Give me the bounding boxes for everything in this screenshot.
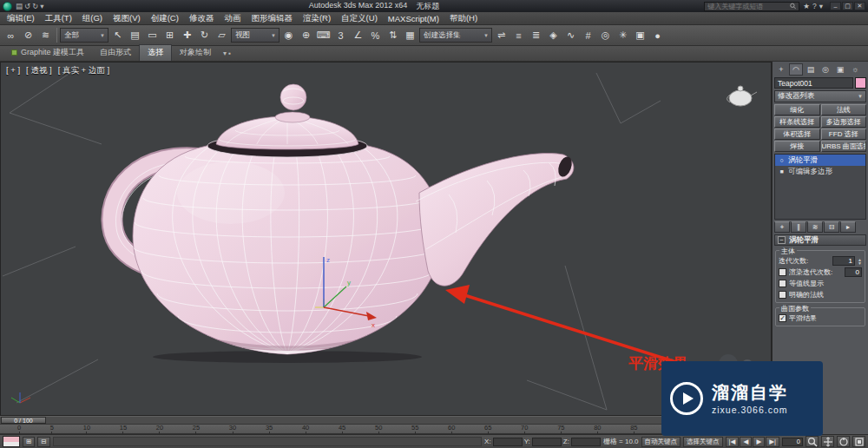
y-coordinate-field[interactable] — [532, 438, 562, 446]
modifier-stack-row[interactable]: ○ 涡轮平滑 — [775, 155, 865, 166]
configure-modifier-sets-icon[interactable]: ▸ — [840, 221, 856, 233]
modifier-button[interactable]: 细化 — [774, 104, 820, 115]
menu-item[interactable]: 动画 — [219, 12, 246, 24]
menu-item[interactable]: 视图(V) — [108, 12, 146, 24]
modifier-button[interactable]: FFD 选择 — [821, 128, 867, 140]
mirror-icon[interactable]: ⇌ — [493, 27, 510, 43]
ribbon-tab[interactable]: 对象绘制 — [172, 45, 219, 61]
material-editor-icon[interactable]: ◎ — [597, 27, 614, 43]
ribbon-collapse-icon[interactable]: ▾ ▪ — [220, 49, 233, 61]
object-name-field[interactable]: Teapot001 — [774, 77, 853, 89]
pin-stack-icon[interactable]: ⌖ — [774, 221, 790, 233]
previous-frame-button[interactable]: ◀ — [740, 437, 752, 447]
maximize-button[interactable]: ▢ — [842, 2, 853, 10]
play-button[interactable]: ▶ — [753, 437, 765, 447]
search-input[interactable] — [707, 3, 787, 10]
redo-icon[interactable]: ↻ — [32, 2, 38, 10]
select-by-name-icon[interactable]: ▤ — [127, 27, 143, 43]
teapot-object[interactable] — [112, 84, 575, 363]
named-selection-sets-dropdown[interactable]: 创建选择集 — [419, 28, 492, 43]
tab-motion[interactable]: ◎ — [819, 63, 832, 76]
viewcube-teapot-icon[interactable] — [727, 86, 758, 106]
percent-snap-icon[interactable]: % — [367, 27, 384, 43]
menu-item[interactable]: 图形编辑器 — [246, 12, 298, 24]
menu-item[interactable]: 编辑(E) — [2, 12, 40, 24]
help-icon[interactable]: ? — [812, 2, 817, 10]
tab-display[interactable]: ▣ — [833, 63, 847, 76]
modifier-stack-row[interactable]: ■ 可编辑多边形 — [775, 166, 865, 177]
select-and-manipulate-icon[interactable]: ⊕ — [298, 27, 314, 43]
schematic-view-icon[interactable]: # — [580, 27, 596, 43]
modifier-button[interactable]: 样条线选择 — [774, 116, 820, 128]
angle-snap-icon[interactable]: ∠ — [350, 27, 366, 43]
viewport-menu-view[interactable]: [ 透视 ] — [26, 65, 52, 76]
zoom-tool-icon[interactable] — [806, 436, 819, 447]
menu-item[interactable]: 修改器 — [184, 12, 220, 24]
orbit-tool-icon[interactable] — [837, 436, 850, 447]
object-color-swatch[interactable] — [855, 77, 866, 89]
select-object-icon[interactable]: ↖ — [109, 27, 126, 43]
time-slider-track[interactable]: 0 / 100 — [0, 416, 772, 425]
ribbon-tab[interactable]: Graphite 建模工具 — [3, 45, 92, 61]
auto-key-button[interactable]: 自动关键点 — [641, 437, 681, 447]
perspective-viewport[interactable]: [ + ] [ 透视 ] [ 真实 + 边面 ] — [0, 62, 772, 416]
select-and-link-icon[interactable]: ∞ — [3, 27, 19, 43]
track-bar[interactable]: 0510152025303540455055606570758085909510… — [0, 425, 772, 434]
close-button[interactable]: ✕ — [854, 2, 865, 10]
time-slider-handle[interactable]: 0 / 100 — [1, 417, 46, 424]
iterations-field[interactable]: 1 — [832, 256, 855, 266]
rollout-collapse-icon[interactable]: − — [778, 236, 786, 244]
iterations-spinner[interactable] — [858, 258, 862, 265]
rectangular-selection-region-icon[interactable]: ▭ — [144, 27, 161, 43]
set-key-button[interactable]: 选择关键点 — [683, 437, 723, 447]
spinner-snap-icon[interactable]: ⇅ — [385, 27, 401, 43]
maximize-viewport-icon[interactable] — [852, 436, 865, 447]
search-icon[interactable] — [790, 3, 796, 10]
menu-item[interactable]: MAXScript(M) — [383, 12, 444, 24]
selection-lock-icon[interactable]: ⊟ — [37, 437, 49, 447]
unlink-selection-icon[interactable]: ⊘ — [20, 27, 36, 43]
ribbon-tab[interactable]: 自由形式 — [92, 45, 139, 61]
save-icon[interactable]: ▤ — [16, 2, 23, 10]
explicit-normals-checkbox[interactable] — [779, 291, 786, 299]
modifier-button[interactable]: 体积选择 — [774, 128, 820, 140]
isolate-toggle-icon[interactable]: ⊞ — [23, 437, 35, 447]
stack-row-icon[interactable]: ■ — [778, 168, 786, 175]
use-pivot-center-icon[interactable]: ◉ — [280, 27, 297, 43]
edit-named-sets-icon[interactable]: ▦ — [402, 27, 418, 43]
tab-hierarchy[interactable]: ▤ — [804, 63, 818, 76]
viewport-menu-shading[interactable]: [ 真实 + 边面 ] — [58, 65, 109, 76]
menu-item[interactable]: 创建(C) — [146, 12, 184, 24]
select-and-move-icon[interactable]: ✚ — [179, 27, 195, 43]
favorites-star-icon[interactable]: ★ — [803, 2, 810, 10]
x-coordinate-field[interactable] — [493, 438, 523, 446]
qat-caret-icon[interactable]: ▾ — [40, 2, 43, 10]
render-production-icon[interactable]: ● — [649, 27, 666, 43]
modifier-button[interactable]: NURBS 曲面选择 — [821, 141, 867, 152]
app-logo-icon[interactable] — [3, 2, 12, 11]
maxscript-mini-listener[interactable] — [3, 436, 20, 447]
menu-item[interactable]: 渲染(R) — [298, 12, 336, 24]
go-to-start-button[interactable]: |◀ — [726, 437, 740, 447]
ribbon-toggle-icon[interactable]: ◈ — [545, 27, 562, 43]
pan-tool-icon[interactable] — [821, 436, 834, 447]
snap-toggle-3d-icon[interactable]: 3 — [332, 27, 349, 43]
go-to-end-button[interactable]: ▶| — [766, 437, 779, 447]
keyboard-override-icon[interactable]: ⌨ — [315, 27, 332, 43]
select-and-scale-icon[interactable]: ▱ — [214, 27, 230, 43]
selection-filter-dropdown[interactable]: 全部 — [60, 28, 108, 43]
isoline-display-checkbox[interactable] — [779, 280, 786, 287]
layer-manager-icon[interactable]: ≣ — [528, 27, 544, 43]
infocenter-caret-icon[interactable]: ▾ — [819, 2, 823, 10]
tab-modify[interactable]: ◠ — [789, 63, 803, 76]
minimize-button[interactable]: – — [830, 2, 841, 10]
render-iterations-field[interactable]: 0 — [845, 267, 862, 277]
menu-item[interactable]: 自定义(U) — [336, 12, 383, 24]
modifier-list-dropdown[interactable]: 修改器列表 — [774, 90, 866, 102]
menu-item[interactable]: 组(G) — [77, 12, 108, 24]
reference-coordinate-dropdown[interactable]: 视图 — [231, 28, 279, 43]
z-coordinate-field[interactable] — [571, 438, 601, 446]
viewport-menu-plus[interactable]: [ + ] — [6, 65, 20, 76]
select-and-rotate-icon[interactable]: ↻ — [196, 27, 213, 43]
tab-utilities[interactable]: ☼ — [848, 63, 862, 76]
